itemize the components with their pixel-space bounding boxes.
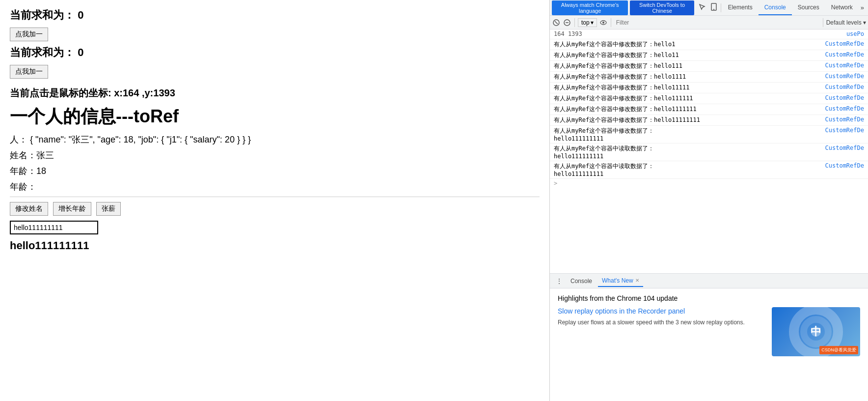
console-prompt[interactable]: >	[550, 179, 868, 188]
whats-new-text-content: Slow replay options in the Recorder pane…	[558, 307, 766, 356]
whats-new-card-desc: Replay user flows at a slower speed with…	[558, 318, 766, 327]
console-link-9[interactable]: CustomRefDe	[825, 127, 864, 135]
clear-console-icon[interactable]	[563, 18, 571, 27]
sum2-value: 0	[78, 46, 83, 58]
whats-new-card-title[interactable]: Slow replay options in the Recorder pane…	[558, 307, 766, 315]
add-btn-2[interactable]: 点我加一	[10, 65, 48, 79]
console-link-8[interactable]: CustomRefDe	[825, 116, 864, 123]
bottom-tabs: ⋮ Console What's New ✕	[550, 273, 868, 288]
inspect-icon[interactable]	[696, 2, 708, 13]
coord-display: 当前点击是鼠标的坐标: x:164 ,y:1393	[10, 86, 540, 100]
modify-name-btn[interactable]: 修改姓名	[10, 202, 48, 216]
svg-line-3	[555, 21, 558, 24]
sum2-label: 当前求和为：	[10, 46, 75, 58]
person-label: 人：	[10, 135, 27, 144]
console-line-5: 有人从myRef这个容器中修改数据了：hello11111 CustomRefD…	[550, 83, 868, 93]
whats-new-panel: Highlights from the Chrome 104 update Sl…	[550, 288, 868, 401]
divider	[10, 197, 540, 197]
console-link-4[interactable]: CustomRefDe	[825, 73, 864, 80]
output-display: hello111111111	[10, 239, 540, 252]
sum1-heading: 当前求和为： 0	[10, 8, 540, 23]
divider2	[574, 18, 575, 27]
age-info: 年龄：18	[10, 165, 540, 177]
console-line-coords: 164 1393 usePo	[550, 29, 868, 39]
divider4	[823, 18, 823, 27]
console-link-3[interactable]: CustomRefDe	[825, 62, 864, 69]
console-link-1[interactable]: CustomRefDe	[825, 40, 864, 47]
tab-elements[interactable]: Elements	[722, 0, 759, 15]
console-line-11: 有人从myRef这个容器中读取数据了： CustomRefDe hello111…	[550, 161, 868, 179]
page-main-title: 一个人的信息---toRef	[10, 105, 540, 129]
whats-new-img-label: 中	[811, 324, 821, 339]
console-line-6: 有人从myRef这个容器中修改数据了：hello111111 CustomRef…	[550, 93, 868, 104]
person-info: 人： { "name": "张三", "age": 18, "job": { "…	[10, 134, 540, 145]
grow-age-btn[interactable]: 增长年龄	[53, 202, 91, 216]
devtools-topbar: Always match Chrome's language Switch De…	[550, 0, 868, 16]
input-container	[10, 221, 540, 234]
whats-new-title: Highlights from the Chrome 104 update	[558, 294, 860, 302]
console-link-0[interactable]: usePo	[846, 30, 864, 37]
bottom-tab-whatsnew-label: What's New	[602, 277, 633, 284]
csdn-watermark: CSDN@看风觉爱	[819, 346, 858, 354]
console-line-1: 有人从myRef这个容器中修改数据了：hello1 CustomRefDe	[550, 39, 868, 50]
tab-console[interactable]: Console	[759, 0, 792, 15]
name-info: 姓名：张三	[10, 149, 540, 161]
tab-sources[interactable]: Sources	[792, 0, 825, 15]
top-label: top	[581, 19, 590, 26]
device-icon[interactable]	[708, 2, 720, 13]
more-tabs-icon[interactable]: »	[859, 3, 866, 12]
age2-info: 年龄：	[10, 181, 540, 193]
console-output: 164 1393 usePo 有人从myRef这个容器中修改数据了：hello1…	[550, 29, 868, 273]
console-filter-input[interactable]	[614, 18, 820, 27]
console-line-9: 有人从myRef这个容器中修改数据了： CustomRefDe hello111…	[550, 126, 868, 143]
sum1-value: 0	[78, 9, 83, 21]
console-line-3: 有人从myRef这个容器中修改数据了：hello111 CustomRefDe	[550, 61, 868, 72]
console-link-6[interactable]: CustomRefDe	[825, 94, 864, 101]
bottom-tab-whatsnew[interactable]: What's New ✕	[598, 275, 643, 287]
console-link-11[interactable]: CustomRefDe	[825, 162, 864, 171]
svg-point-7	[602, 22, 604, 24]
top-context-selector[interactable]: top ▾	[578, 18, 597, 27]
top-chevron-icon: ▾	[591, 19, 594, 26]
devtools-panel: Always match Chrome's language Switch De…	[550, 0, 868, 401]
console-line-7: 有人从myRef这个容器中修改数据了：hello1111111 CustomRe…	[550, 104, 868, 115]
console-link-5[interactable]: CustomRefDe	[825, 84, 864, 90]
salary-btn[interactable]: 张薪	[96, 202, 121, 216]
person-value: { "name": "张三", "age": 18, "job": { "j1"…	[30, 135, 251, 144]
divider1	[721, 3, 721, 12]
bottom-tab-console-label: Console	[570, 278, 592, 285]
whats-new-thumbnail: 中 CSDN@看风觉爱	[772, 307, 860, 356]
sum1-label: 当前求和为：	[10, 9, 75, 21]
bottom-more-icon[interactable]: ⋮	[554, 277, 565, 285]
bottom-tab-console[interactable]: Console	[567, 276, 596, 286]
main-content: 当前求和为： 0 点我加一 当前求和为： 0 点我加一 当前点击是鼠标的坐标: …	[0, 0, 550, 401]
console-line-2: 有人从myRef这个容器中修改数据了：hello11 CustomRefDe	[550, 50, 868, 61]
sum2-heading: 当前求和为： 0	[10, 45, 540, 60]
always-match-btn[interactable]: Always match Chrome's language	[552, 0, 628, 15]
console-line-4: 有人从myRef这个容器中修改数据了：hello1111 CustomRefDe	[550, 72, 868, 83]
whatsnew-close-icon[interactable]: ✕	[635, 278, 639, 283]
console-link-10[interactable]: CustomRefDe	[825, 144, 864, 153]
divider3	[611, 18, 611, 27]
whats-new-card: Slow replay options in the Recorder pane…	[558, 307, 860, 356]
switch-devtools-btn[interactable]: Switch DevTools to Chinese	[630, 0, 694, 15]
action-buttons: 修改姓名 增长年龄 张薪	[10, 202, 540, 216]
tab-network[interactable]: Network	[825, 0, 859, 15]
console-link-7[interactable]: CustomRefDe	[825, 105, 864, 112]
watch-icon[interactable]	[599, 18, 608, 27]
default-levels-dropdown[interactable]: Default levels ▾	[826, 19, 866, 26]
devtools-toolbar: top ▾ Default levels ▾	[550, 16, 868, 29]
ref-input[interactable]	[10, 221, 98, 234]
console-line-10: 有人从myRef这个容器中读取数据了： CustomRefDe hello111…	[550, 143, 868, 161]
console-coord-text: 164 1393	[554, 30, 582, 37]
stop-recording-icon[interactable]	[552, 18, 561, 27]
console-line-8: 有人从myRef这个容器中修改数据了：hello11111111 CustomR…	[550, 115, 868, 126]
console-link-2[interactable]: CustomRefDe	[825, 51, 864, 58]
add-btn-1[interactable]: 点我加一	[10, 28, 48, 41]
prompt-symbol: >	[554, 180, 557, 187]
